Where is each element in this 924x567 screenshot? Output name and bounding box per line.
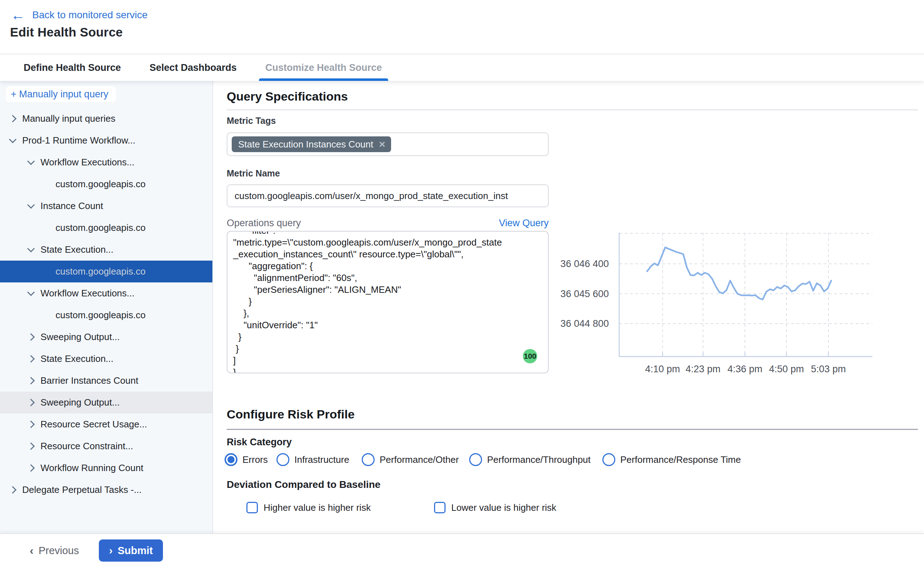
- tree-item-sweeping-output[interactable]: Sweeping Output...: [0, 392, 213, 413]
- tree-item-label: State Execution...: [41, 244, 114, 255]
- metric-tags-input[interactable]: State Execution Instances Count ×: [227, 132, 549, 156]
- chevron-right-icon[interactable]: [27, 399, 35, 406]
- metric-tag-chip: State Execution Instances Count ×: [232, 136, 391, 152]
- operations-query-row: Operations query View Query: [227, 218, 549, 229]
- radio-unselected-icon[interactable]: [602, 453, 615, 466]
- previous-button-label: Previous: [39, 545, 79, 556]
- chevron-right-icon[interactable]: [27, 333, 35, 341]
- x-axis-tick-label: 4:23 pm: [685, 364, 721, 374]
- chip-remove-icon[interactable]: ×: [379, 139, 385, 150]
- radio-label: Performance/Other: [380, 454, 459, 465]
- y-axis-tick-label: 36 044 800: [560, 318, 609, 329]
- radio-unselected-icon[interactable]: [362, 453, 375, 466]
- tree-item-state-execution[interactable]: State Execution...: [0, 348, 213, 370]
- view-query-link[interactable]: View Query: [499, 218, 549, 229]
- tab-customize-health-source[interactable]: Customize Health Source: [260, 54, 388, 81]
- metric-tree: Manually input queriesProd-1 Runtime Wor…: [0, 108, 213, 501]
- metric-tree-sidebar: + Manually input query Manually input qu…: [0, 81, 213, 533]
- radio-unselected-icon[interactable]: [469, 453, 482, 466]
- chevron-down-icon[interactable]: [27, 288, 35, 296]
- back-to-monitored-service-link[interactable]: ← Back to monitored service: [11, 8, 147, 22]
- chevron-right-icon[interactable]: [27, 464, 35, 472]
- tree-item-custom-googleapis-co[interactable]: custom.googleapis.co: [0, 217, 213, 239]
- risk-category-radio-errors[interactable]: Errors: [225, 453, 268, 466]
- chevron-right-icon[interactable]: [9, 115, 17, 122]
- tree-item-label: Workflow Executions...: [41, 288, 135, 299]
- tab-define-health-source[interactable]: Define Health Source: [18, 54, 127, 81]
- content-area: + Manually input query Manually input qu…: [0, 81, 924, 533]
- risk-category-radio-performance-response-time[interactable]: Performance/Response Time: [602, 453, 741, 466]
- tree-item-barrier-instances-count[interactable]: Barrier Instances Count: [0, 370, 213, 392]
- radio-selected-icon[interactable]: [225, 453, 237, 466]
- risk-category-radio-performance-throughput[interactable]: Performance/Throughput: [469, 453, 590, 466]
- deviation-checkbox-group: Higher value is higher riskLower value i…: [213, 502, 924, 516]
- deviation-label: Deviation Compared to Baseline: [227, 479, 380, 490]
- tree-item-prod-1-runtime-workflow[interactable]: Prod-1 Runtime Workflow...: [0, 130, 213, 152]
- chevron-down-icon[interactable]: [9, 136, 17, 143]
- page-header: ← Back to monitored service Edit Health …: [0, 0, 924, 54]
- metric-preview-chart: 36 046 40036 045 60036 044 8004:10 pm4:2…: [548, 229, 877, 383]
- back-arrow-icon: ←: [11, 8, 25, 22]
- query-specifications-heading: Query Specifications: [227, 90, 348, 104]
- tree-item-label: Sweeping Output...: [41, 332, 120, 343]
- operations-query-label: Operations query: [227, 218, 301, 229]
- footer-bar: ‹ Previous › Submit: [0, 533, 924, 567]
- chevron-right-icon: ›: [109, 544, 113, 556]
- tree-item-instance-count[interactable]: Instance Count: [0, 195, 213, 217]
- risk-category-radio-group: ErrorsInfrastructurePerformance/OtherPer…: [213, 453, 924, 468]
- chevron-right-icon[interactable]: [27, 442, 35, 450]
- tree-item-label: State Execution...: [41, 353, 114, 364]
- radio-label: Infrastructure: [294, 454, 349, 465]
- chevron-right-icon[interactable]: [27, 377, 35, 384]
- tree-item-delegate-perpetual-tasks[interactable]: Delegate Perpetual Tasks -...: [0, 479, 213, 501]
- previous-button[interactable]: ‹ Previous: [30, 544, 79, 557]
- checkbox-icon[interactable]: [434, 502, 446, 513]
- chevron-down-icon[interactable]: [27, 158, 35, 165]
- records-count-badge: 100: [523, 349, 537, 363]
- tab-select-dashboards[interactable]: Select Dashboards: [144, 54, 242, 81]
- metric-tags-label: Metric Tags: [227, 116, 276, 126]
- risk-category-radio-performance-other[interactable]: Performance/Other: [362, 453, 459, 466]
- tree-item-custom-googleapis-co[interactable]: custom.googleapis.co: [0, 261, 213, 282]
- tree-item-label: Barrier Instances Count: [41, 375, 138, 386]
- y-axis-tick-label: 36 046 400: [560, 258, 609, 269]
- risk-category-label: Risk Category: [227, 437, 292, 448]
- chevron-right-icon[interactable]: [27, 421, 35, 428]
- deviation-checkbox-lower-value-is-higher-risk[interactable]: Lower value is higher risk: [434, 502, 556, 513]
- metric-name-input[interactable]: custom.googleapis.com/user/x_mongo_prod_…: [227, 184, 549, 207]
- radio-label: Performance/Response Time: [620, 454, 741, 465]
- tree-item-resource-secret-usage[interactable]: Resource Secret Usage...: [0, 413, 213, 435]
- tree-item-manually-input-queries[interactable]: Manually input queries: [0, 108, 213, 130]
- checkbox-icon[interactable]: [246, 502, 258, 513]
- line-chart: 36 046 40036 045 60036 044 8004:10 pm4:2…: [548, 229, 877, 383]
- metric-tag-chip-label: State Execution Instances Count: [238, 139, 373, 150]
- chevron-right-icon[interactable]: [9, 486, 17, 494]
- tree-item-label: Resource Secret Usage...: [41, 419, 147, 430]
- chevron-down-icon[interactable]: [27, 245, 35, 252]
- tree-item-state-execution[interactable]: State Execution...: [0, 239, 213, 261]
- risk-category-radio-infrastructure[interactable]: Infrastructure: [276, 453, 349, 466]
- submit-button[interactable]: › Submit: [99, 539, 162, 562]
- tree-item-label: Prod-1 Runtime Workflow...: [22, 135, 135, 146]
- tree-item-label: Manually input queries: [22, 113, 115, 124]
- chevron-down-icon[interactable]: [27, 201, 35, 208]
- radio-label: Performance/Throughput: [487, 454, 590, 465]
- add-manual-query-button[interactable]: + Manually input query: [6, 86, 116, 102]
- y-axis-tick-label: 36 045 600: [560, 288, 609, 299]
- tree-item-label: Sweeping Output...: [41, 397, 120, 408]
- tree-item-label: Instance Count: [41, 201, 103, 212]
- x-axis-tick-label: 4:50 pm: [769, 364, 804, 374]
- deviation-checkbox-higher-value-is-higher-risk[interactable]: Higher value is higher risk: [246, 502, 371, 513]
- radio-unselected-icon[interactable]: [276, 453, 289, 466]
- tree-item-resource-constraint[interactable]: Resource Constraint...: [0, 435, 213, 457]
- tree-item-custom-googleapis-co[interactable]: custom.googleapis.co: [0, 173, 213, 195]
- section-divider: [227, 429, 918, 430]
- operations-query-textarea[interactable]: "filter": "metric.type=\"custom.googleap…: [227, 231, 549, 374]
- tree-item-sweeping-output[interactable]: Sweeping Output...: [0, 326, 213, 348]
- tree-item-workflow-running-count[interactable]: Workflow Running Count: [0, 457, 213, 479]
- tree-item-workflow-executions[interactable]: Workflow Executions...: [0, 152, 213, 173]
- tree-item-custom-googleapis-co[interactable]: custom.googleapis.co: [0, 304, 213, 326]
- chevron-left-icon: ‹: [30, 544, 34, 557]
- tree-item-workflow-executions[interactable]: Workflow Executions...: [0, 282, 213, 304]
- chevron-right-icon[interactable]: [27, 355, 35, 363]
